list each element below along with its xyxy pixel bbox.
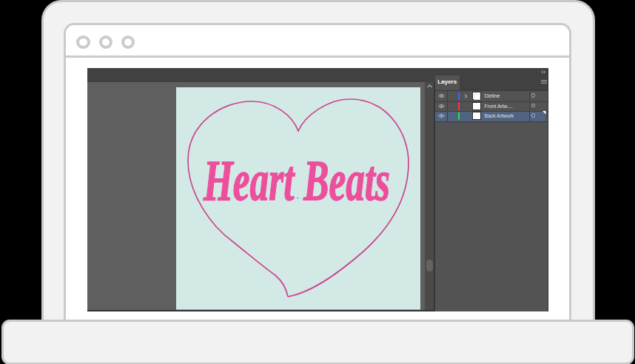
svg-text:Heart Beats: Heart Beats xyxy=(203,148,390,212)
